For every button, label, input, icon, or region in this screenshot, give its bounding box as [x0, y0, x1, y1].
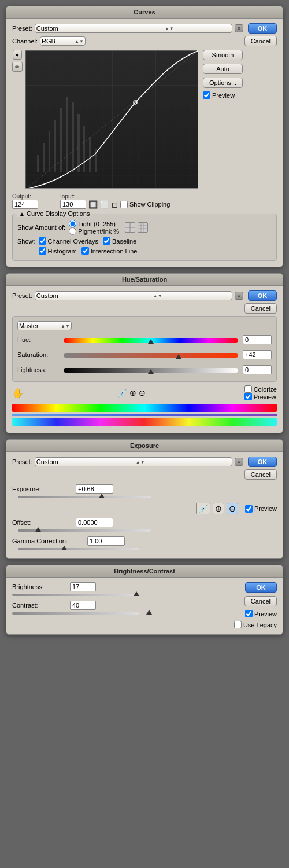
colorize-checkbox[interactable]	[244, 385, 252, 393]
lightness-slider-thumb[interactable]	[148, 369, 154, 374]
svg-rect-16	[89, 137, 91, 172]
hs-hand-icon[interactable]: ✋	[12, 388, 24, 399]
lightness-input[interactable]	[243, 365, 272, 374]
pigment-radio[interactable]	[69, 227, 76, 235]
hs-ok-button[interactable]: OK	[248, 290, 277, 301]
saturation-input[interactable]	[243, 350, 272, 359]
show-clipping-checkbox[interactable]	[120, 201, 128, 208]
output-input[interactable]	[12, 200, 38, 209]
contrast-slider-track[interactable]	[12, 612, 139, 615]
show-label: Show:	[17, 238, 35, 245]
bc-preview-checkbox[interactable]	[245, 610, 253, 617]
hs-eyedropper3-icon[interactable]: ⊖	[139, 388, 146, 398]
exp-preview-checkbox[interactable]	[245, 505, 253, 513]
saturation-slider-track[interactable]	[64, 353, 238, 358]
channel-select[interactable]: RGB	[42, 38, 73, 45]
rainbow-bars	[12, 404, 277, 426]
hs-master-select-wrap[interactable]: Master ▲▼	[17, 321, 72, 330]
curve-tool-button[interactable]: ●	[13, 50, 22, 60]
offset-slider-thumb[interactable]	[35, 527, 41, 532]
show-amount-label: Show Amount of:	[17, 224, 65, 231]
preset-menu-icon[interactable]: ≡	[235, 24, 243, 32]
hs-preview-checkbox[interactable]	[244, 393, 252, 400]
bc-ok-button[interactable]: OK	[245, 582, 277, 593]
preset-select[interactable]: Custom	[36, 25, 164, 32]
histogram-checkbox[interactable]	[39, 247, 46, 255]
exposure-input[interactable]	[76, 484, 113, 494]
options-button[interactable]: Options...	[203, 78, 243, 88]
contrast-slider-container	[12, 612, 234, 615]
hs-eyedropper1-icon[interactable]: 💉	[117, 388, 127, 398]
hue-saturation-title: Hue/Saturation	[6, 274, 283, 286]
grid-4x4-icon[interactable]	[125, 222, 135, 233]
bc-preview-label: Preview	[254, 610, 277, 617]
curves-ok-button[interactable]: OK	[248, 23, 277, 34]
offset-slider-track[interactable]	[18, 529, 151, 532]
baseline-checkbox[interactable]	[103, 237, 110, 245]
exp-preset-select[interactable]: Custom	[36, 458, 135, 465]
input-input[interactable]	[60, 200, 86, 209]
hs-cancel-button[interactable]: Cancel	[244, 303, 277, 314]
exp-ok-button[interactable]: OK	[248, 457, 277, 467]
channel-overlays-checkbox[interactable]	[39, 237, 46, 245]
curves-svg	[25, 50, 198, 189]
brightness-row: Brightness:	[12, 582, 234, 591]
exp-cancel-button[interactable]: Cancel	[244, 469, 277, 480]
exp-eyedropper1-icon[interactable]: 💉	[196, 503, 210, 514]
gamma-input[interactable]	[87, 536, 125, 546]
contrast-row: Contrast:	[12, 601, 234, 610]
exposure-label: Exposure:	[12, 486, 76, 492]
exp-preset-select-wrap[interactable]: Custom ▲▼	[35, 457, 232, 466]
offset-label: Offset:	[12, 519, 76, 526]
hs-master-arrow-icon: ▲▼	[61, 323, 70, 329]
gamma-slider-thumb[interactable]	[61, 546, 67, 550]
eyedropper1-icon[interactable]: 🔲	[88, 200, 98, 209]
hs-preset-select-wrap[interactable]: Custom ▲▼	[35, 291, 232, 300]
hs-preview-label: Preview	[254, 393, 276, 400]
rainbow-bottom-bar	[12, 418, 277, 426]
hs-preset-select[interactable]: Custom	[36, 292, 152, 299]
light-radio[interactable]	[69, 220, 76, 227]
gamma-slider-track[interactable]	[18, 548, 139, 550]
channel-select-wrap[interactable]: RGB ▲▼	[40, 36, 86, 46]
exposure-slider-thumb[interactable]	[99, 494, 105, 498]
show-amount-row: Show Amount of: Light (0–255) Pigment/In…	[17, 220, 272, 235]
saturation-slider-thumb[interactable]	[176, 354, 181, 359]
hs-master-select[interactable]: Master	[19, 322, 60, 329]
hue-label: Hue:	[17, 336, 64, 343]
contrast-input[interactable]	[70, 601, 96, 610]
brightness-slider-thumb[interactable]	[134, 591, 139, 596]
exp-eyedropper3-icon[interactable]: ⊖	[227, 503, 238, 514]
smooth-button[interactable]: Smooth	[203, 50, 243, 60]
hs-preset-label: Preset:	[12, 292, 32, 299]
intersection-checkbox[interactable]	[81, 247, 89, 255]
use-legacy-checkbox[interactable]	[234, 621, 242, 628]
hue-input[interactable]	[243, 335, 272, 344]
preset-arrow-icon: ▲▼	[165, 26, 174, 31]
exposure-slider-track[interactable]	[18, 496, 151, 498]
curves-cancel-button[interactable]: Cancel	[244, 36, 277, 46]
hs-eyedropper2-icon[interactable]: ⊕	[129, 388, 136, 398]
auto-button[interactable]: Auto	[203, 64, 243, 74]
grid-10x10-icon[interactable]	[138, 222, 148, 233]
saturation-label: Saturation:	[17, 351, 64, 358]
curves-title: Curves	[6, 6, 283, 19]
lightness-slider-track[interactable]	[64, 368, 238, 373]
preset-select-wrap[interactable]: Custom ▲▼	[35, 24, 232, 33]
contrast-slider-thumb[interactable]	[146, 610, 152, 615]
exp-preset-menu-icon[interactable]: ≡	[235, 458, 243, 466]
output-label: Output:	[12, 193, 38, 200]
hs-preset-menu-icon[interactable]: ≡	[235, 292, 243, 300]
brightness-slider-track[interactable]	[12, 594, 139, 596]
bc-cancel-button[interactable]: Cancel	[244, 596, 277, 606]
curves-canvas[interactable]	[25, 50, 198, 189]
preview-checkbox[interactable]	[203, 91, 210, 99]
eyedropper2-icon[interactable]: ⬜	[100, 200, 109, 209]
hue-slider-thumb[interactable]	[148, 339, 154, 344]
pencil-tool-button[interactable]: ✏	[12, 62, 23, 72]
brightness-input[interactable]	[70, 582, 96, 591]
eyedropper3-icon[interactable]: ◻	[112, 200, 118, 209]
hue-slider-track[interactable]	[64, 338, 238, 343]
offset-input[interactable]	[76, 518, 113, 527]
exp-eyedropper2-icon[interactable]: ⊕	[213, 503, 224, 514]
